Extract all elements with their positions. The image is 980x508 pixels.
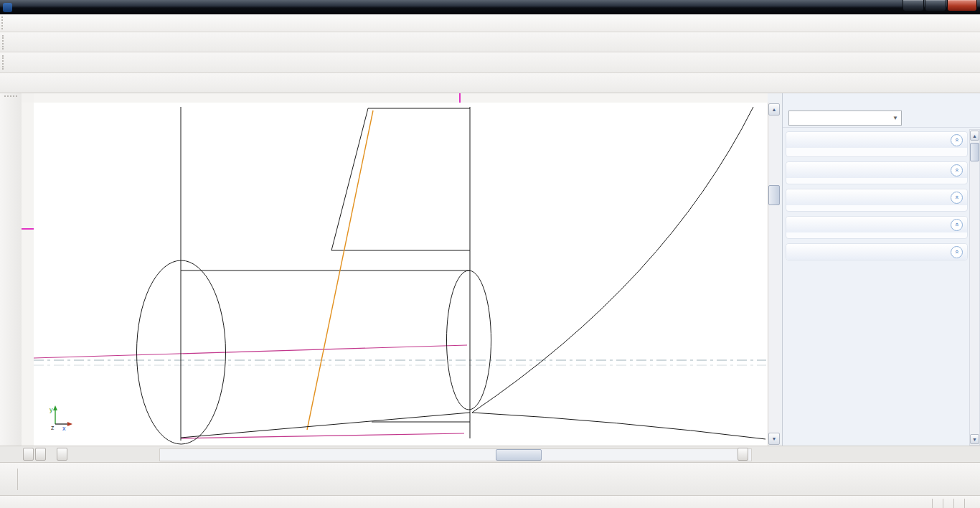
- style-bucket-button[interactable]: [905, 108, 926, 127]
- vertical-scrollbar[interactable]: ▲ ▼: [768, 103, 780, 446]
- inspector-bar: [0, 462, 980, 495]
- tail-profile-curve: [472, 107, 753, 413]
- palette-scroll-down-button[interactable]: ▼: [970, 434, 979, 444]
- workspace: y z x ▲ ▼ ▼: [0, 93, 980, 446]
- horizontal-scroll-thumb[interactable]: [496, 449, 542, 461]
- palette-scroll-up-button[interactable]: ▲: [970, 131, 979, 141]
- tail-bottom-curve: [472, 413, 765, 439]
- section-arc: «: [786, 216, 968, 239]
- menu-bar: [0, 14, 980, 32]
- ruler-corner-button[interactable]: [22, 93, 34, 103]
- collapse-chevron-icon[interactable]: «: [951, 246, 963, 258]
- svg-text:x: x: [62, 425, 66, 432]
- tab-nav-left-button[interactable]: [23, 448, 34, 461]
- section-circle-ellipse: «: [786, 189, 968, 212]
- svg-text:z: z: [51, 424, 55, 431]
- window-controls: [902, 0, 977, 11]
- svg-text:y: y: [50, 406, 53, 413]
- collapse-chevron-icon[interactable]: «: [951, 164, 963, 177]
- status-bar: [0, 495, 980, 508]
- toolbar-grip-2: [2, 55, 8, 70]
- section-snap-modes: «: [786, 131, 968, 157]
- left-ruler: [22, 103, 34, 446]
- property-bar: [0, 73, 980, 93]
- drawing-toolbar-grip: [4, 95, 17, 100]
- snap-row-3: [786, 154, 967, 156]
- minimize-button[interactable]: [903, 0, 924, 11]
- app-icon: [3, 3, 12, 12]
- document-tab-row: [0, 446, 980, 462]
- sketch-mode-dropdown[interactable]: ▼: [788, 110, 902, 126]
- menu-grip: [1, 17, 8, 29]
- scroll-down-button[interactable]: ▼: [768, 433, 780, 445]
- top-ruler-ticks: [34, 93, 768, 103]
- restore-button[interactable]: [925, 0, 946, 11]
- drawing-toolbar: [0, 93, 22, 446]
- fin-leading-edge: [331, 108, 368, 250]
- title-bar: [0, 0, 980, 14]
- circle-row-2: [786, 208, 967, 211]
- horizontal-scrollbar[interactable]: [159, 448, 752, 461]
- section-curve: «: [786, 243, 968, 260]
- standard-toolbar: [0, 32, 980, 52]
- tools-palette-header: [783, 93, 980, 108]
- collapse-chevron-icon[interactable]: «: [951, 134, 963, 146]
- construction-line-magenta: [34, 345, 467, 358]
- line-row-2: [786, 181, 967, 184]
- arc-row-2: [786, 235, 967, 238]
- vertical-scroll-thumb[interactable]: [768, 185, 780, 205]
- tools-palette: ▼ « «: [782, 93, 980, 446]
- palette-scrollbar[interactable]: ▲ ▼: [969, 129, 980, 446]
- solids-toolbar: [0, 52, 980, 73]
- ucs-axis-icon: y z x: [50, 405, 72, 432]
- tab-nav-right-button[interactable]: [35, 448, 46, 461]
- collapse-chevron-icon[interactable]: «: [951, 192, 963, 204]
- collapse-chevron-icon[interactable]: «: [951, 219, 963, 231]
- tools-palette-toolbar: ▼: [783, 108, 980, 128]
- close-button[interactable]: [947, 0, 977, 11]
- toolbar-grip: [2, 35, 8, 50]
- hscroll-right-button[interactable]: [738, 448, 748, 461]
- section-line: «: [786, 161, 968, 184]
- drawing-canvas[interactable]: y z x: [34, 103, 768, 446]
- left-ruler-ticks: [22, 103, 34, 446]
- tools-palette-body: « « «: [783, 128, 980, 446]
- top-ruler: [34, 93, 768, 103]
- chevron-down-icon: ▼: [892, 115, 898, 121]
- bulkhead-ellipse-small: [447, 271, 491, 410]
- hscroll-left-button[interactable]: [57, 448, 67, 461]
- drawing: y z x: [34, 103, 768, 446]
- scroll-up-button[interactable]: ▲: [768, 103, 780, 116]
- palette-tab-bar: [782, 446, 980, 462]
- palette-scroll-thumb[interactable]: [970, 143, 979, 161]
